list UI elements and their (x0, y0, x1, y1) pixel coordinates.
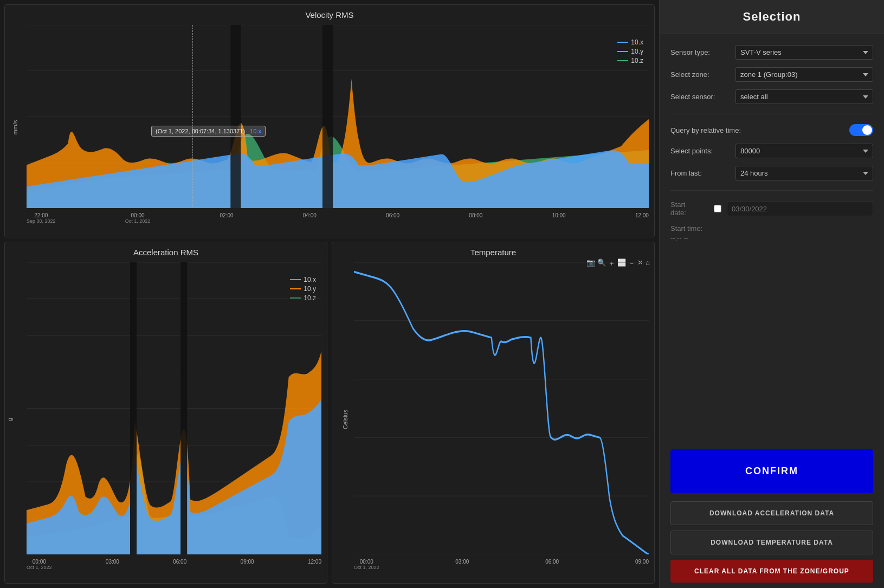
velocity-y-label: mm/s (12, 120, 18, 135)
temp-chart-inner: Celsius 36 38 40 42 (332, 260, 654, 579)
velocity-x-00: 00:00Oct 1, 2022 (125, 212, 151, 224)
temp-x-06: 06:00 (545, 559, 559, 565)
temp-x-00: 00:00Oct 1, 2022 (354, 559, 379, 570)
select-points-label: Select points: (670, 147, 730, 155)
accel-x-03: 03:00 (106, 559, 119, 565)
accel-chart-inner: g 10.x 10.y 10.z (5, 260, 327, 579)
toggle-knob (862, 125, 872, 135)
start-time-label: Start time: (670, 224, 873, 232)
svg-rect-11 (322, 25, 333, 208)
start-date-checkbox[interactable] (714, 205, 721, 212)
start-time-value: --:-- -- (670, 234, 873, 242)
svg-rect-22 (130, 262, 137, 554)
query-relative-label: Query by relative time: (670, 126, 844, 134)
select-sensor-select[interactable]: select all (735, 89, 873, 104)
confirm-button[interactable]: CONFIRM (670, 449, 873, 493)
accel-y-label: g (7, 417, 13, 421)
accel-svg (27, 262, 321, 554)
sensor-type-row: Sensor type: SVT-V series (670, 45, 873, 60)
velocity-svg-wrapper: 0 2 4 6 8 (27, 25, 649, 208)
select-points-row: Select points: 80000 (670, 144, 873, 158)
velocity-x-06: 06:00 (386, 212, 399, 218)
temp-chart: Temperature 📷 🔍 ＋ ⬜ － ✕ ⌂ Celsius (332, 242, 655, 584)
temp-chart-title: Temperature (332, 242, 654, 260)
selection-title: Selection (670, 10, 873, 24)
clear-button[interactable]: CLEAR ALL DATA FROM THE ZONE/GROUP (670, 560, 873, 583)
download-temp-button[interactable]: DOWNLOAD TEMPERATURE DATA (670, 531, 873, 554)
divider-1 (670, 114, 873, 114)
temp-x-09: 09:00 (635, 559, 649, 565)
divider-2 (670, 190, 873, 191)
from-last-select[interactable]: 24 hours (735, 166, 873, 180)
select-sensor-label: Select sensor: (670, 93, 730, 101)
temp-y-label: Celsius (342, 409, 349, 429)
query-relative-time-row: Query by relative time: (670, 124, 873, 136)
accel-x-00: 00:00Oct 1, 2022 (27, 559, 52, 570)
velocity-svg: 0 2 4 6 8 (27, 25, 649, 208)
accel-x-axis: 00:00Oct 1, 2022 03:00 06:00 09:00 12:00 (27, 557, 321, 579)
svg-rect-10 (230, 25, 241, 208)
temp-x-03: 03:00 (455, 559, 469, 565)
start-time-row: Start time: --:-- -- (670, 224, 873, 242)
sensor-type-select[interactable]: SVT-V series (735, 45, 873, 60)
start-date-row: Startdate: 03/30/2022 (670, 201, 873, 217)
svg-rect-23 (180, 262, 187, 554)
download-accel-button[interactable]: DOWNLOAD ACCELERATION DATA (670, 501, 873, 525)
velocity-x-08: 08:00 (469, 212, 482, 218)
from-last-row: From last: 24 hours (670, 166, 873, 180)
accel-x-09: 09:00 (241, 559, 254, 565)
temp-svg: 36 38 40 42 44 46 (354, 262, 649, 554)
start-date-label: Startdate: (670, 201, 708, 217)
accel-chart-title: Acceleration RMS (5, 242, 327, 260)
velocity-chart: Velocity RMS mm/s 10.x 10.y 10.z (4, 4, 655, 237)
select-zone-label: Select zone: (670, 70, 730, 79)
query-relative-toggle[interactable] (849, 124, 873, 136)
bottom-charts: Acceleration RMS g 10.x 10.y 10.z (4, 242, 655, 584)
velocity-x-10: 10:00 (552, 212, 566, 218)
accel-x-12: 12:00 (308, 559, 321, 565)
accel-svg-wrapper (27, 262, 321, 554)
from-last-label: From last: (670, 169, 730, 177)
select-sensor-row: Select sensor: select all (670, 89, 873, 104)
select-zone-row: Select zone: zone 1 (Group:03) (670, 67, 873, 82)
left-panel: Velocity RMS mm/s 10.x 10.y 10.z (0, 0, 659, 588)
select-zone-select[interactable]: zone 1 (Group:03) (735, 67, 873, 82)
velocity-x-12: 12:00 (635, 212, 649, 218)
velocity-x-04: 04:00 (303, 212, 317, 218)
velocity-chart-inner: mm/s 10.x 10.y 10.z (5, 22, 654, 232)
select-points-select[interactable]: 80000 (735, 144, 873, 158)
velocity-chart-title: Velocity RMS (5, 5, 654, 22)
accel-chart: Acceleration RMS g 10.x 10.y 10.z (4, 242, 327, 584)
sensor-type-label: Sensor type: (670, 48, 730, 56)
temp-svg-wrapper: 36 38 40 42 44 46 (354, 262, 649, 554)
accel-x-06: 06:00 (173, 559, 186, 565)
velocity-x-02: 02:00 (220, 212, 234, 218)
temp-x-axis: 00:00Oct 1, 2022 03:00 06:00 09:00 (354, 557, 649, 579)
selection-header: Selection (660, 0, 884, 34)
velocity-x-22: 22:00Sep 30, 2022 (27, 212, 56, 224)
velocity-x-axis: 22:00Sep 30, 2022 00:00Oct 1, 2022 02:00… (27, 211, 649, 232)
selection-body: Sensor type: SVT-V series Select zone: z… (660, 34, 884, 444)
right-panel: Selection Sensor type: SVT-V series Sele… (659, 0, 884, 588)
start-date-select[interactable]: 03/30/2022 (727, 202, 873, 216)
